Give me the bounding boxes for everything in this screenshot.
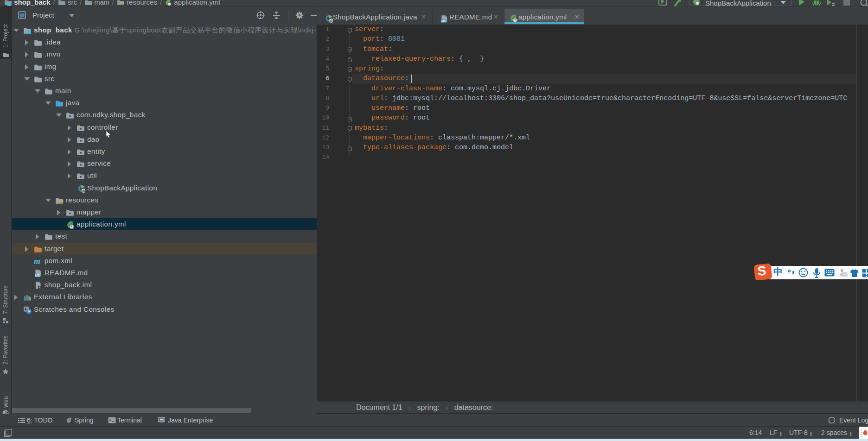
svg-text:MD: MD (35, 274, 41, 277)
svg-text:m: m (34, 257, 41, 265)
svg-text:20: 20 (843, 273, 847, 276)
svg-text:MD: MD (441, 19, 447, 23)
